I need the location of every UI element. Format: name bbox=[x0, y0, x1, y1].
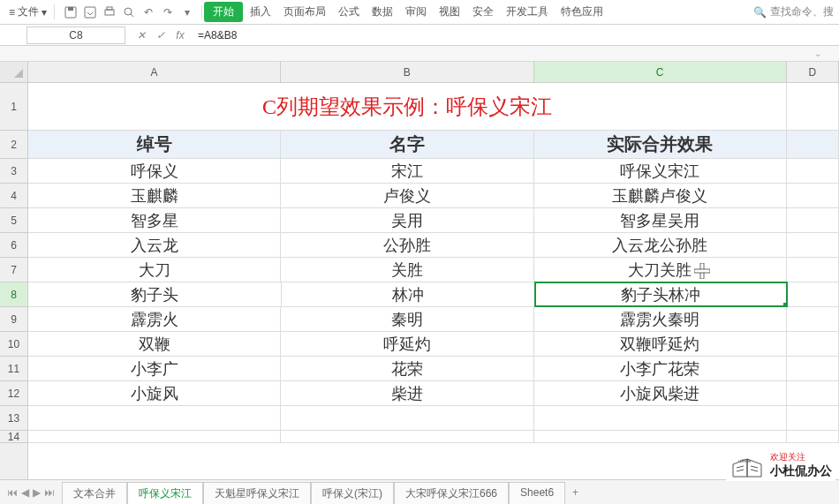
formula-input[interactable] bbox=[193, 26, 839, 45]
cell[interactable] bbox=[787, 431, 839, 442]
tab-data[interactable]: 数据 bbox=[367, 2, 398, 22]
file-menu[interactable]: ≡ 文件 ▾ bbox=[5, 4, 55, 19]
row-header[interactable]: 9 bbox=[0, 307, 27, 332]
cell[interactable]: 宋江 bbox=[281, 159, 533, 183]
cell[interactable]: 呼保义宋江 bbox=[534, 159, 787, 183]
cell[interactable]: 呼保义 bbox=[28, 159, 281, 183]
save-icon[interactable] bbox=[64, 5, 78, 19]
cell[interactable]: 呼延灼 bbox=[281, 332, 533, 356]
cell[interactable]: 秦明 bbox=[281, 307, 533, 331]
header-cell[interactable]: 名字 bbox=[281, 131, 533, 158]
header-cell[interactable]: 绰号 bbox=[28, 131, 281, 158]
cell[interactable]: 智多星 bbox=[28, 208, 281, 232]
tab-start[interactable]: 开始 bbox=[204, 2, 243, 22]
row-header[interactable]: 14 bbox=[0, 431, 27, 443]
cell[interactable] bbox=[787, 307, 839, 331]
cell[interactable] bbox=[787, 233, 839, 257]
sheet-tab[interactable]: 呼保义(宋江) bbox=[311, 482, 394, 504]
add-sheet-button[interactable]: + bbox=[565, 483, 586, 502]
tab-view[interactable]: 视图 bbox=[434, 2, 465, 22]
tab-special[interactable]: 特色应用 bbox=[556, 2, 608, 22]
row-header[interactable]: 5 bbox=[0, 208, 27, 233]
cell[interactable]: 小旋风 bbox=[28, 381, 281, 405]
cell[interactable] bbox=[787, 406, 839, 430]
name-box[interactable]: C8 bbox=[26, 26, 125, 44]
col-header[interactable]: A bbox=[28, 62, 281, 82]
cell[interactable] bbox=[787, 282, 839, 306]
row-header[interactable]: 4 bbox=[0, 184, 27, 208]
cell[interactable]: 智多星吴用 bbox=[534, 208, 787, 232]
cell[interactable] bbox=[28, 406, 281, 430]
cell[interactable] bbox=[787, 208, 839, 232]
cell-grid[interactable]: C列期望效果示例：呼保义宋江绰号名字实际合并效果呼保义宋江呼保义宋江玉麒麟卢俊义… bbox=[28, 83, 839, 479]
tab-insert[interactable]: 插入 bbox=[245, 2, 276, 22]
cell[interactable]: 霹雳火 bbox=[28, 307, 281, 331]
cell[interactable]: 小李广 bbox=[28, 357, 281, 380]
row-header[interactable]: 2 bbox=[0, 131, 27, 159]
cell[interactable] bbox=[281, 406, 533, 430]
tab-layout[interactable]: 页面布局 bbox=[278, 2, 331, 22]
cell[interactable]: 入云龙 bbox=[28, 233, 281, 257]
cell[interactable]: 双鞭 bbox=[28, 332, 281, 356]
tab-next-icon[interactable]: ▶ bbox=[33, 486, 41, 499]
cell[interactable] bbox=[787, 332, 839, 356]
row-header[interactable]: 8 bbox=[0, 282, 27, 307]
cell[interactable]: 小旋风柴进 bbox=[534, 381, 787, 405]
cell[interactable]: 公孙胜 bbox=[281, 233, 533, 257]
tab-first-icon[interactable]: ⏮ bbox=[7, 486, 18, 499]
cell[interactable]: 柴进 bbox=[281, 381, 533, 405]
col-header[interactable]: C bbox=[534, 62, 787, 82]
cell[interactable]: 玉麒麟卢俊义 bbox=[534, 184, 787, 207]
cell[interactable] bbox=[787, 357, 839, 380]
col-header[interactable]: B bbox=[281, 62, 533, 82]
cell[interactable]: 玉麒麟 bbox=[28, 184, 281, 207]
title-cell[interactable]: C列期望效果示例：呼保义宋江 bbox=[28, 83, 787, 130]
row-header[interactable]: 12 bbox=[0, 381, 27, 406]
cell[interactable] bbox=[534, 431, 787, 442]
cell[interactable] bbox=[787, 381, 839, 405]
row-header[interactable]: 7 bbox=[0, 258, 27, 282]
fx-icon[interactable]: fx bbox=[173, 28, 187, 42]
cell[interactable] bbox=[787, 184, 839, 207]
cell[interactable] bbox=[787, 159, 839, 183]
sheet-tab[interactable]: 天魁星呼保义宋江 bbox=[203, 482, 311, 504]
cell[interactable]: 吴用 bbox=[281, 208, 533, 232]
cell[interactable]: 大刀 bbox=[28, 258, 281, 282]
cell[interactable] bbox=[281, 431, 533, 442]
cell[interactable]: 豹子头林冲 bbox=[534, 282, 788, 307]
tab-devtools[interactable]: 开发工具 bbox=[501, 2, 554, 22]
sheet-tab[interactable]: 呼保义宋江 bbox=[127, 482, 203, 504]
sheet-tab[interactable]: 文本合并 bbox=[62, 482, 127, 504]
tab-last-icon[interactable]: ⏭ bbox=[44, 486, 55, 499]
tab-review[interactable]: 审阅 bbox=[400, 2, 432, 22]
select-all-corner[interactable] bbox=[0, 62, 28, 83]
row-header[interactable]: 3 bbox=[0, 159, 27, 184]
cancel-icon[interactable]: ✕ bbox=[134, 28, 148, 42]
print-icon[interactable] bbox=[102, 5, 117, 19]
cell[interactable] bbox=[787, 83, 839, 130]
search-area[interactable]: 🔍 查找命令、搜 bbox=[753, 4, 834, 19]
row-header[interactable]: 13 bbox=[0, 406, 27, 431]
cell[interactable]: 关胜 bbox=[281, 258, 533, 282]
cell[interactable]: 双鞭呼延灼 bbox=[534, 332, 787, 356]
confirm-icon[interactable]: ✓ bbox=[154, 28, 168, 42]
sheet-tab[interactable]: Sheet6 bbox=[509, 482, 565, 504]
tab-formula[interactable]: 公式 bbox=[333, 2, 365, 22]
expand-bar[interactable]: ⌄ bbox=[0, 46, 839, 62]
cell[interactable]: 豹子头 bbox=[28, 282, 282, 306]
row-header[interactable]: 11 bbox=[0, 357, 27, 381]
sheet-tab[interactable]: 大宋呼保义宋江666 bbox=[394, 482, 509, 504]
cell[interactable] bbox=[787, 258, 839, 282]
cell[interactable] bbox=[534, 406, 787, 430]
undo-icon[interactable]: ↶ bbox=[141, 5, 155, 19]
header-cell[interactable] bbox=[787, 131, 839, 158]
cell[interactable]: 卢俊义 bbox=[281, 184, 533, 207]
cell[interactable]: 入云龙公孙胜 bbox=[534, 233, 787, 257]
tab-prev-icon[interactable]: ◀ bbox=[21, 486, 29, 499]
cell[interactable]: 霹雳火秦明 bbox=[534, 307, 787, 331]
tab-security[interactable]: 安全 bbox=[467, 2, 499, 22]
row-header[interactable]: 1 bbox=[0, 83, 27, 131]
dropdown-icon[interactable]: ▾ bbox=[180, 5, 194, 19]
redo-icon[interactable]: ↷ bbox=[161, 5, 175, 19]
save-as-icon[interactable] bbox=[83, 5, 97, 19]
